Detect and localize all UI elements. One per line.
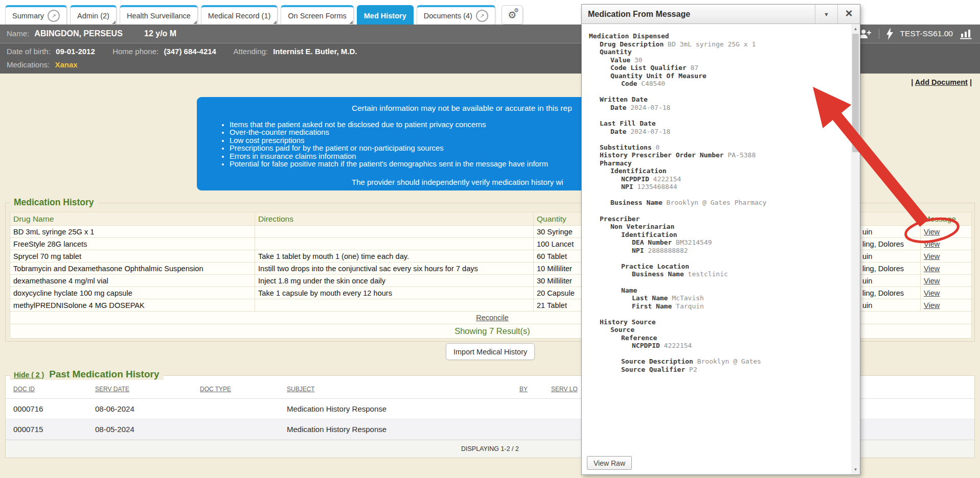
tree-blank-line: [589, 191, 849, 199]
subject-cell: Medication History Response: [284, 419, 517, 439]
doc-type-cell: [197, 419, 284, 439]
tree-line: DEA Number BM3214549: [589, 238, 849, 247]
reconcile-link[interactable]: Reconcile: [476, 314, 509, 322]
tree-line: NPI 1235468844: [589, 183, 849, 191]
tab-med-history[interactable]: Med History: [357, 5, 414, 25]
view-message-link[interactable]: View: [924, 228, 940, 236]
tree-label: Medication Dispensed: [589, 32, 669, 40]
tab-list: Summary↗Admin (2)Health SurveillanceMedi…: [5, 5, 523, 25]
tree-blank-line: [589, 207, 849, 215]
sort-link[interactable]: DOC ID: [13, 386, 35, 393]
dialog-title: Medication From Message: [582, 10, 815, 19]
import-medical-history-button[interactable]: Import Medical History: [446, 343, 535, 360]
sort-link[interactable]: BY: [519, 386, 528, 393]
tab-summary[interactable]: Summary↗: [5, 5, 67, 25]
close-button[interactable]: ×: [837, 5, 860, 23]
dialog-scrollbar[interactable]: ▲ ▼: [851, 24, 860, 474]
view-message-link[interactable]: View: [924, 289, 940, 297]
dropdown-fold-icon: [349, 20, 353, 24]
tab-admin-2-[interactable]: Admin (2): [70, 5, 117, 25]
tree-blank-line: [589, 254, 849, 262]
add-document-link[interactable]: Add Document: [915, 78, 968, 86]
tree-label: Identification: [621, 231, 677, 238]
dropdown-fold-icon: [273, 20, 277, 24]
attending-label: Attending:: [233, 47, 268, 56]
disclaimer-bullet: Errors in insurance claims information: [230, 153, 548, 160]
column-header-directions: Directions: [255, 212, 534, 226]
tree-value: Brooklyn @ Gates Pharmacy: [663, 199, 767, 206]
tree-line: Medication Dispensed: [589, 32, 849, 40]
tree-value: 87: [687, 64, 698, 71]
view-message-link[interactable]: View: [924, 252, 940, 260]
directions-cell: [255, 299, 534, 312]
tree-label: Last Fill Date: [600, 119, 656, 127]
tree-line: Business Name Brooklyn @ Gates Pharmacy: [589, 199, 849, 207]
external-arrow-icon[interactable]: ↗: [48, 10, 60, 22]
message-tree: Medication DispensedDrug Description BD …: [589, 32, 849, 374]
view-message-link[interactable]: View: [924, 240, 940, 248]
chart-icon[interactable]: [960, 28, 973, 39]
tree-value: McTavish: [668, 294, 703, 302]
column-header-hidden: [859, 212, 921, 226]
message-cell: View: [921, 226, 972, 238]
tab-documents-4-[interactable]: Documents (4)↗: [417, 5, 495, 25]
medication-history-title: Medication History: [10, 197, 98, 208]
drug-name-cell: doxycycline hyclate 100 mg capsule: [10, 287, 255, 299]
tree-line: Written Date: [589, 95, 849, 104]
tree-label: NCPDPID: [621, 175, 649, 183]
tab-health-surveillance[interactable]: Health Surveillance: [120, 5, 198, 25]
tree-label: Name: [621, 286, 637, 294]
directions-cell: Instill two drops into the conjunctival …: [255, 262, 534, 275]
scroll-up-icon[interactable]: ▲: [851, 25, 860, 33]
tree-value: 30: [630, 56, 642, 64]
disclaimer-bullet: Items that the patient asked not be disc…: [230, 121, 548, 129]
tree-line: NPI 2888888882: [589, 247, 849, 255]
tree-value: P2: [685, 366, 697, 373]
doc-type-cell: [197, 398, 284, 419]
by-cell: [517, 398, 549, 419]
tab-on-screen-forms[interactable]: On Screen Forms: [281, 5, 353, 25]
caret-down-icon: ▼: [824, 11, 829, 17]
view-message-link[interactable]: View: [924, 265, 940, 273]
tree-line: Last Name McTavish: [589, 294, 849, 302]
scroll-down-icon[interactable]: ▼: [851, 465, 860, 474]
tree-value: 1235468844: [633, 183, 677, 190]
sort-link[interactable]: DOC TYPE: [200, 386, 231, 393]
dropdown-fold-icon: [112, 20, 116, 24]
scrollbar-thumb[interactable]: [852, 34, 859, 152]
drug-name-cell: dexamethasone 4 mg/ml vial: [10, 275, 255, 287]
tree-label: Drug Description: [600, 40, 664, 48]
dob-value: 09-01-2012: [56, 47, 95, 56]
message-cell: View: [921, 299, 972, 312]
sort-link[interactable]: SUBJECT: [287, 386, 315, 393]
tree-line: Value 30: [589, 56, 849, 64]
view-raw-button[interactable]: View Raw: [587, 456, 632, 470]
message-cell: View: [921, 287, 972, 299]
message-cell: View: [921, 238, 972, 250]
tree-label: Date: [610, 104, 626, 111]
by-cell: [517, 419, 549, 439]
tree-label: NPI: [621, 183, 633, 190]
add-document: | Add Document |: [911, 78, 972, 86]
tree-value: C48540: [637, 80, 665, 87]
view-message-link[interactable]: View: [924, 277, 940, 285]
tree-value: 0: [652, 144, 660, 151]
collapse-button[interactable]: ▼: [815, 5, 837, 23]
tree-line: Practice Location: [589, 262, 849, 271]
hide-link[interactable]: Hide ( 2 ): [14, 371, 44, 379]
lightning-icon[interactable]: [886, 28, 893, 40]
gear-icon-small: ⚙: [514, 8, 519, 13]
view-message-link[interactable]: View: [924, 301, 940, 309]
tree-line: Last Fill Date: [589, 119, 849, 128]
tree-blank-line: [589, 135, 849, 144]
tree-value: testclinic: [684, 270, 728, 278]
tree-line: Date 2024-07-18: [589, 104, 849, 112]
prescriber-cell: uin: [859, 250, 921, 262]
medications-value[interactable]: Xanax: [55, 60, 77, 69]
tab-medical-record-1-[interactable]: Medical Record (1): [201, 5, 278, 25]
settings-button[interactable]: ⚙⚙: [502, 5, 523, 25]
disclaimer-intro: Certain information may not be available…: [352, 104, 572, 113]
external-arrow-icon[interactable]: ↗: [476, 10, 488, 22]
sort-link[interactable]: SERV DATE: [95, 386, 129, 393]
sort-link[interactable]: SERV LO: [551, 386, 578, 393]
